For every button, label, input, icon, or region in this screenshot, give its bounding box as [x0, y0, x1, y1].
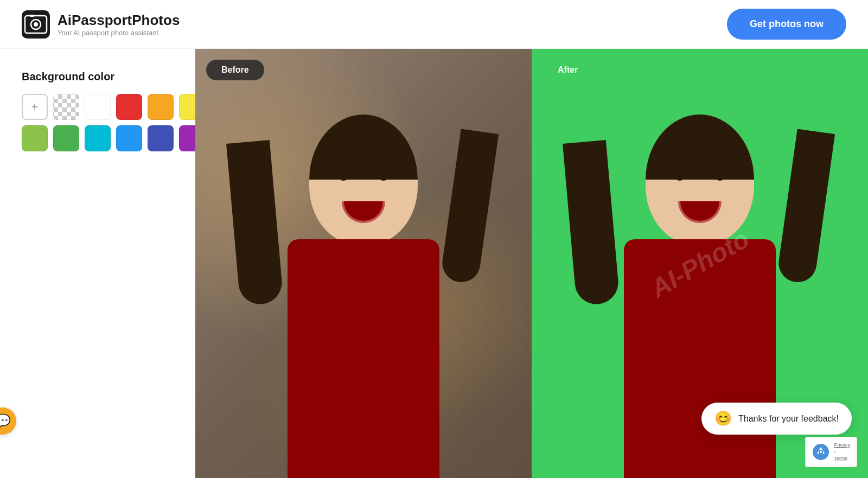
recaptcha-logo	[812, 443, 829, 461]
svg-point-7	[820, 451, 822, 453]
face-smile	[342, 201, 385, 223]
image-area: Before	[195, 49, 868, 478]
eye-left	[339, 174, 348, 181]
eye-right	[379, 174, 388, 181]
color-swatch-red[interactable]	[116, 94, 142, 120]
svg-point-3	[34, 22, 38, 27]
logo-text-group: AiPassportPhotos Your AI passport photo …	[58, 12, 180, 37]
hair-top-after	[646, 114, 754, 180]
person-before	[250, 98, 477, 478]
after-label: After	[542, 60, 593, 80]
before-panel: Before	[195, 49, 532, 478]
body	[288, 239, 439, 478]
hair-top	[309, 114, 418, 180]
feedback-button[interactable]: 💬	[0, 407, 16, 435]
color-swatch-indigo[interactable]	[148, 125, 174, 151]
logo-subtitle: Your AI passport photo assistant.	[58, 29, 180, 37]
color-swatch-lime[interactable]	[22, 125, 48, 151]
thanks-notification: 😊 Thanks for your feedback!	[701, 403, 852, 435]
body-after	[624, 239, 776, 478]
eye-right-after	[716, 174, 724, 181]
main-content: Background color +	[0, 49, 868, 478]
color-swatch-orange[interactable]	[148, 94, 174, 120]
logo-title: AiPassportPhotos	[58, 12, 180, 29]
sidebar: Background color +	[0, 49, 195, 478]
recaptcha-badge: Privacy • Terms	[805, 437, 857, 467]
recaptcha-text: Privacy • Terms	[834, 442, 850, 462]
thanks-emoji: 😊	[714, 410, 732, 427]
color-swatch-transparent[interactable]	[53, 94, 79, 120]
header: AiPassportPhotos Your AI passport photo …	[0, 0, 868, 49]
face-smile-after	[678, 201, 722, 223]
thanks-text: Thanks for your feedback!	[738, 414, 839, 424]
logo-icon	[22, 10, 50, 39]
logo-area: AiPassportPhotos Your AI passport photo …	[22, 10, 180, 39]
eye-left-after	[675, 174, 684, 181]
color-swatch-teal[interactable]	[85, 125, 111, 151]
after-panel: After AI-Photo 😊 Thank	[532, 49, 868, 478]
head-after	[646, 114, 754, 245]
color-swatch-green[interactable]	[53, 125, 79, 151]
color-swatch-blue[interactable]	[116, 125, 142, 151]
color-swatch-white[interactable]	[85, 94, 111, 120]
feedback-icon: 💬	[0, 413, 11, 429]
privacy-link[interactable]: Privacy	[834, 442, 850, 449]
before-label: Before	[206, 60, 264, 80]
color-grid: +	[22, 94, 174, 151]
color-swatch-add[interactable]: +	[22, 94, 48, 120]
head	[309, 114, 418, 245]
svg-rect-4	[30, 15, 34, 17]
terms-link[interactable]: Terms	[834, 455, 850, 462]
cta-button[interactable]: Get photos now	[727, 9, 846, 40]
bg-color-section-label: Background color	[22, 71, 174, 83]
